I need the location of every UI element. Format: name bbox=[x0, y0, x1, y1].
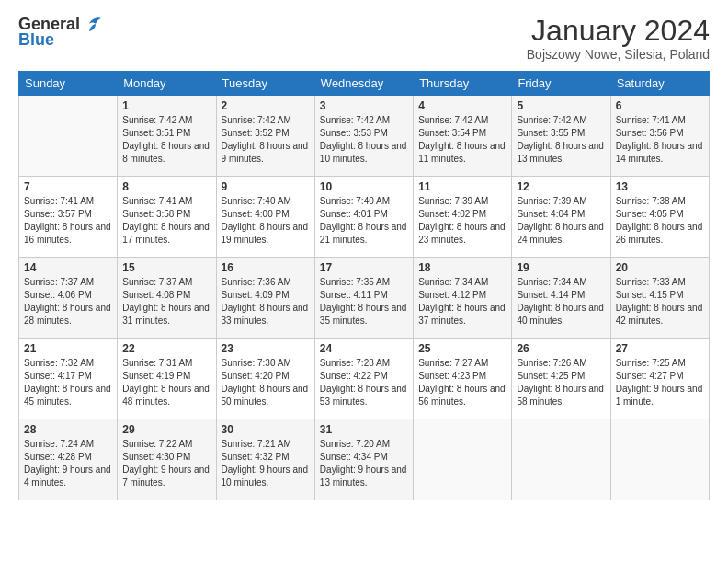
sunrise-text: Sunrise: 7:38 AM bbox=[616, 195, 704, 208]
day-number: 25 bbox=[418, 342, 506, 355]
sunset-text: Sunset: 4:09 PM bbox=[222, 289, 310, 302]
day-info: Sunrise: 7:42 AMSunset: 3:54 PMDaylight:… bbox=[418, 114, 506, 166]
day-number: 29 bbox=[122, 423, 210, 436]
day-info: Sunrise: 7:41 AMSunset: 3:58 PMDaylight:… bbox=[122, 195, 210, 247]
day-info: Sunrise: 7:36 AMSunset: 4:09 PMDaylight:… bbox=[222, 276, 310, 327]
sunset-text: Sunset: 4:32 PM bbox=[222, 451, 310, 464]
sunrise-text: Sunrise: 7:28 AM bbox=[320, 357, 408, 370]
daylight-text: Daylight: 8 hours and 17 minutes. bbox=[122, 221, 210, 247]
day-info: Sunrise: 7:24 AMSunset: 4:28 PMDaylight:… bbox=[24, 438, 112, 489]
day-number: 26 bbox=[517, 342, 605, 355]
table-row: 23Sunrise: 7:30 AMSunset: 4:20 PMDayligh… bbox=[216, 339, 314, 419]
day-info: Sunrise: 7:37 AMSunset: 4:08 PMDaylight:… bbox=[122, 276, 210, 327]
table-row: 24Sunrise: 7:28 AMSunset: 4:22 PMDayligh… bbox=[314, 339, 413, 419]
daylight-text: Daylight: 8 hours and 42 minutes. bbox=[616, 302, 704, 327]
daylight-text: Daylight: 8 hours and 26 minutes. bbox=[616, 221, 704, 247]
day-info: Sunrise: 7:22 AMSunset: 4:30 PMDaylight:… bbox=[122, 438, 210, 489]
sunrise-text: Sunrise: 7:22 AM bbox=[122, 438, 210, 451]
daylight-text: Daylight: 8 hours and 37 minutes. bbox=[418, 302, 506, 327]
daylight-text: Daylight: 8 hours and 16 minutes. bbox=[24, 221, 112, 247]
day-number: 20 bbox=[616, 261, 704, 274]
table-row: 14Sunrise: 7:37 AMSunset: 4:06 PMDayligh… bbox=[19, 258, 118, 339]
table-row bbox=[610, 419, 709, 500]
sunrise-text: Sunrise: 7:26 AM bbox=[517, 357, 605, 370]
sunrise-text: Sunrise: 7:36 AM bbox=[222, 276, 310, 289]
table-row bbox=[512, 419, 610, 500]
day-number: 8 bbox=[122, 180, 210, 193]
sunrise-text: Sunrise: 7:33 AM bbox=[616, 276, 704, 289]
sunset-text: Sunset: 3:57 PM bbox=[24, 208, 112, 221]
sunrise-text: Sunrise: 7:34 AM bbox=[418, 276, 506, 289]
sunrise-text: Sunrise: 7:31 AM bbox=[122, 357, 210, 370]
day-number: 13 bbox=[616, 180, 704, 193]
table-row: 4Sunrise: 7:42 AMSunset: 3:54 PMDaylight… bbox=[414, 96, 512, 177]
sunrise-text: Sunrise: 7:41 AM bbox=[122, 195, 210, 208]
sunrise-text: Sunrise: 7:41 AM bbox=[24, 195, 112, 208]
sunrise-text: Sunrise: 7:39 AM bbox=[517, 195, 605, 208]
day-number: 14 bbox=[24, 261, 112, 274]
table-row: 6Sunrise: 7:41 AMSunset: 3:56 PMDaylight… bbox=[610, 96, 709, 177]
table-row: 2Sunrise: 7:42 AMSunset: 3:52 PMDaylight… bbox=[216, 96, 314, 177]
sunrise-text: Sunrise: 7:24 AM bbox=[24, 438, 112, 451]
col-wednesday: Wednesday bbox=[314, 72, 413, 96]
daylight-text: Daylight: 8 hours and 23 minutes. bbox=[418, 221, 506, 247]
daylight-text: Daylight: 8 hours and 40 minutes. bbox=[517, 302, 605, 327]
daylight-text: Daylight: 8 hours and 24 minutes. bbox=[517, 221, 605, 247]
sunset-text: Sunset: 4:04 PM bbox=[517, 208, 605, 221]
day-number: 22 bbox=[122, 342, 210, 355]
day-number: 7 bbox=[24, 180, 112, 193]
day-number: 31 bbox=[320, 423, 408, 436]
sunrise-text: Sunrise: 7:37 AM bbox=[24, 276, 112, 289]
day-number: 3 bbox=[320, 99, 408, 112]
table-row: 8Sunrise: 7:41 AMSunset: 3:58 PMDaylight… bbox=[118, 177, 216, 258]
table-row: 15Sunrise: 7:37 AMSunset: 4:08 PMDayligh… bbox=[118, 258, 216, 339]
sunrise-text: Sunrise: 7:40 AM bbox=[222, 195, 310, 208]
logo: General Blue bbox=[18, 15, 102, 50]
calendar-week-2: 7Sunrise: 7:41 AMSunset: 3:57 PMDaylight… bbox=[19, 177, 710, 258]
location-subtitle: Bojszowy Nowe, Silesia, Poland bbox=[527, 47, 710, 62]
calendar-week-3: 14Sunrise: 7:37 AMSunset: 4:06 PMDayligh… bbox=[19, 258, 710, 339]
daylight-text: Daylight: 8 hours and 19 minutes. bbox=[222, 221, 310, 247]
day-info: Sunrise: 7:28 AMSunset: 4:22 PMDaylight:… bbox=[320, 357, 408, 408]
sunrise-text: Sunrise: 7:35 AM bbox=[320, 276, 408, 289]
page-header: General Blue January 2024 Bojszowy Nowe,… bbox=[18, 15, 710, 62]
table-row: 12Sunrise: 7:39 AMSunset: 4:04 PMDayligh… bbox=[512, 177, 610, 258]
sunrise-text: Sunrise: 7:37 AM bbox=[122, 276, 210, 289]
col-saturday: Saturday bbox=[610, 72, 709, 96]
sunrise-text: Sunrise: 7:42 AM bbox=[418, 114, 506, 127]
table-row: 18Sunrise: 7:34 AMSunset: 4:12 PMDayligh… bbox=[414, 258, 512, 339]
day-info: Sunrise: 7:42 AMSunset: 3:51 PMDaylight:… bbox=[122, 114, 210, 166]
sunset-text: Sunset: 4:05 PM bbox=[616, 208, 704, 221]
sunrise-text: Sunrise: 7:21 AM bbox=[222, 438, 310, 451]
day-info: Sunrise: 7:34 AMSunset: 4:14 PMDaylight:… bbox=[517, 276, 605, 327]
sunset-text: Sunset: 4:06 PM bbox=[24, 289, 112, 302]
table-row: 19Sunrise: 7:34 AMSunset: 4:14 PMDayligh… bbox=[512, 258, 610, 339]
sunset-text: Sunset: 4:17 PM bbox=[24, 370, 112, 383]
sunset-text: Sunset: 4:30 PM bbox=[122, 451, 210, 464]
calendar-page: General Blue January 2024 Bojszowy Nowe,… bbox=[0, 0, 728, 563]
day-number: 9 bbox=[222, 180, 310, 193]
table-row: 22Sunrise: 7:31 AMSunset: 4:19 PMDayligh… bbox=[118, 339, 216, 419]
sunset-text: Sunset: 3:51 PM bbox=[122, 127, 210, 140]
table-row: 27Sunrise: 7:25 AMSunset: 4:27 PMDayligh… bbox=[610, 339, 709, 419]
table-row bbox=[19, 96, 118, 177]
daylight-text: Daylight: 8 hours and 50 minutes. bbox=[222, 383, 310, 408]
table-row: 10Sunrise: 7:40 AMSunset: 4:01 PMDayligh… bbox=[314, 177, 413, 258]
table-row: 5Sunrise: 7:42 AMSunset: 3:55 PMDaylight… bbox=[512, 96, 610, 177]
table-row: 17Sunrise: 7:35 AMSunset: 4:11 PMDayligh… bbox=[314, 258, 413, 339]
daylight-text: Daylight: 9 hours and 4 minutes. bbox=[24, 464, 112, 489]
daylight-text: Daylight: 8 hours and 45 minutes. bbox=[24, 383, 112, 408]
daylight-text: Daylight: 8 hours and 35 minutes. bbox=[320, 302, 408, 327]
daylight-text: Daylight: 8 hours and 58 minutes. bbox=[517, 383, 605, 408]
day-info: Sunrise: 7:39 AMSunset: 4:04 PMDaylight:… bbox=[517, 195, 605, 247]
sunset-text: Sunset: 3:53 PM bbox=[320, 127, 408, 140]
sunset-text: Sunset: 4:22 PM bbox=[320, 370, 408, 383]
logo-blue-text: Blue bbox=[18, 30, 54, 50]
table-row: 25Sunrise: 7:27 AMSunset: 4:23 PMDayligh… bbox=[414, 339, 512, 419]
table-row: 13Sunrise: 7:38 AMSunset: 4:05 PMDayligh… bbox=[610, 177, 709, 258]
calendar-table: Sunday Monday Tuesday Wednesday Thursday… bbox=[18, 71, 710, 500]
sunset-text: Sunset: 4:01 PM bbox=[320, 208, 408, 221]
day-number: 28 bbox=[24, 423, 112, 436]
day-number: 19 bbox=[517, 261, 605, 274]
table-row: 29Sunrise: 7:22 AMSunset: 4:30 PMDayligh… bbox=[118, 419, 216, 500]
